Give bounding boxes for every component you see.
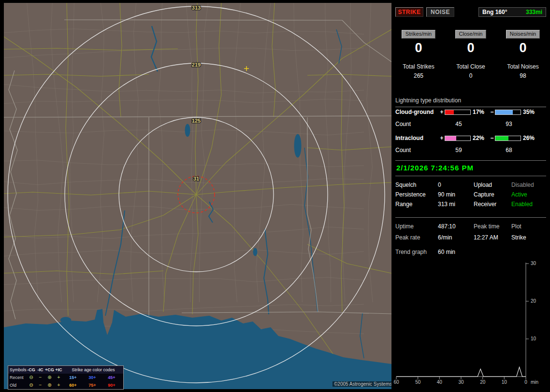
ic-negative-bar [495, 136, 521, 141]
squelch-value: 0 [438, 182, 473, 188]
cloud-ground-count-row: Count 45 93 [395, 121, 546, 127]
close-per-min-value: 0 [448, 41, 494, 57]
recent-pos-cg-icon: ⊕ [45, 375, 54, 380]
total-noises-value: 98 [500, 72, 546, 79]
bearing-label: Bng 160° [482, 9, 507, 15]
range-label-alarm: 31 [193, 176, 199, 182]
y-tick-20: 20 [531, 298, 536, 304]
x-axis-unit: min [531, 379, 538, 385]
legend-symbols-header: Symbols [8, 367, 27, 372]
trend-graph-window: 60 min [438, 249, 473, 255]
count-label: Count [395, 121, 411, 127]
age-75: 75+ [83, 383, 102, 388]
age-30: 30+ [83, 375, 102, 380]
range-label-inner: 125 [192, 118, 201, 124]
legend-col-neg-cg: -CG [27, 367, 36, 372]
strikes-per-min-value: 0 [395, 41, 442, 57]
capture-status: Active [511, 191, 546, 198]
trend-graph-row: Trend graph 60 min [395, 249, 546, 256]
total-close-label: Total Close [448, 63, 494, 70]
map-svg: 313 219 125 31 [4, 3, 391, 389]
close-per-min-header: Close/min [448, 30, 494, 39]
cloud-ground-row: Cloud-ground + 17% − 35% [395, 109, 546, 115]
recent-neg-cg-icon: ⊖ [27, 375, 36, 380]
persistence-label: Persistence [395, 191, 437, 198]
x-tick-40: 40 [437, 379, 443, 385]
uptime-value: 487:10 [438, 223, 473, 230]
cg-positive-bar-fill [445, 110, 454, 114]
capture-label: Capture [474, 191, 510, 198]
total-strikes-value: 265 [395, 72, 442, 79]
cg-positive-count: 45 [445, 121, 473, 127]
recent-pos-ic-icon: + [54, 375, 63, 380]
age-60: 60+ [63, 383, 83, 388]
strikes-per-min-badge: Strikes/min [402, 30, 435, 39]
settings-row: Range 313 mi Receiver Enabled [395, 201, 546, 209]
ic-positive-count: 59 [445, 147, 473, 154]
x-tick-10: 10 [502, 379, 507, 385]
legend-col-pos-cg: +CG [45, 367, 54, 372]
map-legend: Symbols -CG -IC +CG +IC Strike age color… [8, 365, 124, 390]
cg-negative-count: 93 [495, 121, 523, 127]
ic-positive-bar-fill [445, 136, 456, 140]
copyright-text: ©2005 Astrogenic Systems [333, 381, 393, 387]
old-pos-cg-icon: ⊕ [45, 383, 54, 388]
cg-negative-pct: 35% [523, 109, 539, 115]
peak-time-value: 12:27 AM [474, 234, 510, 241]
ic-negative-bar-fill [495, 136, 508, 140]
trend-chart: 60 50 40 30 20 10 0 min 30 20 10 [391, 259, 550, 389]
legend-recent-label: Recent [8, 375, 27, 380]
count-label: Count [395, 147, 411, 154]
cg-positive-pct: 17% [473, 109, 489, 115]
squelch-label: Squelch [395, 182, 437, 188]
plus-sign: + [439, 135, 445, 141]
lightning-monitor-app: 313 219 125 31 Symbols -CG -IC +CG +IC S… [0, 0, 550, 392]
ic-positive-pct: 22% [473, 135, 489, 141]
peak-rate-label: Peak rate [395, 234, 437, 241]
range-label: Range [395, 201, 437, 208]
stats-row: Uptime 487:10 Peak time Plot [395, 223, 546, 231]
uptime-label: Uptime [395, 223, 437, 230]
clock-display: 2/1/2026 7:24:56 PM [396, 164, 474, 172]
legend-col-pos-ic: +IC [54, 367, 63, 372]
total-close-value: 0 [448, 72, 494, 79]
strike-mode-button[interactable]: STRIKE [395, 7, 423, 17]
receiver-status: Enabled [511, 201, 546, 208]
plot-value: Strike [511, 234, 546, 241]
intracloud-count-row: Count 59 68 [395, 147, 546, 154]
upload-status: Disabled [511, 182, 546, 188]
persistence-value: 90 min [438, 191, 473, 198]
old-neg-ic-icon: − [36, 383, 45, 388]
bearing-display: Bng 160° 333mi [478, 7, 546, 17]
recent-neg-ic-icon: − [36, 375, 45, 380]
legend-age-header: Strike age color codes [63, 367, 123, 372]
divider [395, 217, 546, 218]
settings-row: Squelch 0 Upload Disabled [395, 182, 546, 189]
legend-old-row: Old ⊖ − ⊕ + 60+ 75+ 90+ [8, 381, 123, 389]
trend-graph-label: Trend graph [395, 249, 437, 255]
plus-sign: + [439, 109, 445, 115]
intracloud-label: Intracloud [395, 135, 439, 141]
noises-per-min-header: Noises/min [500, 30, 546, 39]
cloud-ground-label: Cloud-ground [395, 109, 439, 115]
upload-label: Upload [474, 182, 510, 188]
minus-sign: − [489, 135, 495, 141]
bearing-distance: 333mi [526, 9, 542, 15]
ic-negative-pct: 26% [523, 135, 539, 141]
range-label-outer: 313 [192, 5, 201, 11]
ic-positive-bar [445, 136, 471, 141]
range-label-middle: 219 [192, 62, 201, 68]
ic-negative-count: 68 [495, 147, 523, 154]
total-strikes-label: Total Strikes [395, 63, 442, 70]
legend-col-neg-ic: -IC [36, 367, 45, 372]
range-value: 313 mi [438, 201, 473, 208]
map-area: 313 219 125 31 Symbols -CG -IC +CG +IC S… [4, 3, 391, 389]
old-pos-ic-icon: + [54, 383, 63, 388]
age-15: 15+ [63, 375, 83, 380]
legend-recent-row: Recent ⊖ − ⊕ + 15+ 30+ 45+ [8, 374, 123, 381]
age-90: 90+ [102, 383, 121, 388]
receiver-label: Receiver [474, 201, 510, 208]
distribution-title: Lightning type distribution [395, 97, 546, 107]
noise-mode-button[interactable]: NOISE [426, 7, 454, 17]
minus-sign: − [489, 109, 495, 115]
